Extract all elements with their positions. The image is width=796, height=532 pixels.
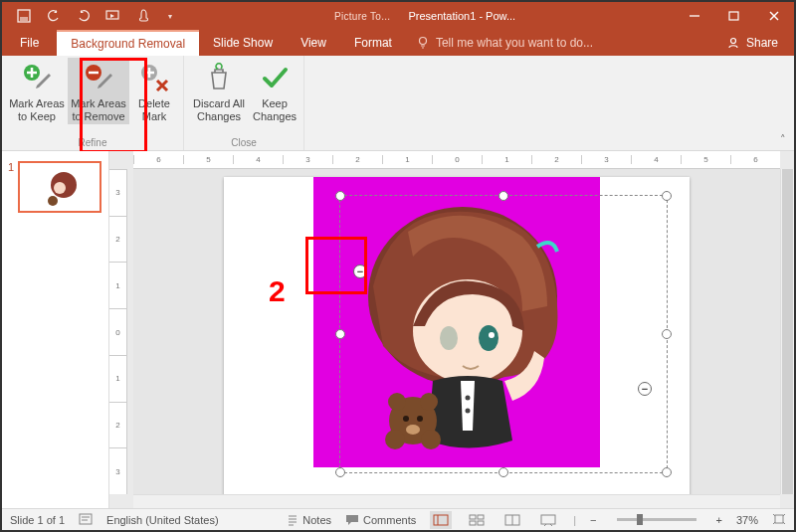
share-icon: [726, 36, 740, 50]
delete-mark-icon: [138, 62, 170, 93]
horizontal-ruler: 6543210123456: [133, 151, 780, 169]
label: Discard All: [193, 97, 245, 110]
crop-handle[interactable]: [498, 191, 508, 201]
ribbon-group-refine: Mark Areas to Keep Mark Areas to Remove …: [2, 56, 184, 150]
touch-mode-icon[interactable]: [135, 8, 151, 24]
tab-slide-show[interactable]: Slide Show: [199, 30, 287, 56]
crop-handle[interactable]: [335, 191, 345, 201]
ribbon-tabs: File Background Removal Slide Show View …: [2, 30, 794, 56]
label: Changes: [253, 110, 297, 123]
svg-rect-37: [478, 515, 484, 519]
svg-rect-36: [470, 515, 476, 519]
tab-format[interactable]: Format: [340, 30, 406, 56]
vertical-ruler: 3210123: [109, 169, 127, 494]
crop-handle[interactable]: [498, 467, 508, 477]
slide-thumbnail-1[interactable]: 1: [8, 161, 102, 213]
svg-rect-39: [478, 521, 484, 525]
undo-icon[interactable]: [46, 8, 62, 24]
group-label-refine: Refine: [79, 137, 107, 148]
normal-view-button[interactable]: [430, 511, 452, 529]
tab-background-removal[interactable]: Background Removal: [57, 30, 199, 56]
ribbon-group-close: Discard All Changes Keep Changes Close: [184, 56, 304, 150]
reading-view-button[interactable]: [501, 511, 523, 529]
svg-point-17: [48, 196, 58, 206]
mark-areas-to-remove-button[interactable]: Mark Areas to Remove: [68, 58, 129, 124]
slide-thumbnail-panel: 1: [2, 151, 109, 508]
quick-access-toolbar: ▾: [2, 8, 175, 24]
save-icon[interactable]: [16, 8, 32, 24]
collapse-ribbon-icon[interactable]: ˄: [780, 133, 786, 146]
vertical-scrollbar[interactable]: [780, 169, 794, 494]
label: Delete: [138, 97, 170, 110]
notes-button[interactable]: Notes: [287, 514, 331, 526]
label: Mark Areas: [71, 97, 126, 110]
tab-file[interactable]: File: [2, 30, 57, 56]
window-controls: [675, 2, 794, 30]
svg-rect-33: [80, 514, 92, 524]
spellcheck-icon[interactable]: [79, 513, 93, 527]
share-button[interactable]: Share: [710, 30, 794, 56]
crop-handle[interactable]: [662, 467, 672, 477]
fit-to-window-button[interactable]: [772, 513, 786, 527]
mark-areas-to-keep-button[interactable]: Mark Areas to Keep: [6, 58, 68, 124]
discard-icon: [203, 62, 235, 93]
contextual-tab-label: Picture To...: [334, 11, 391, 22]
crop-handle[interactable]: [335, 467, 345, 477]
label: Mark Areas: [9, 97, 65, 110]
svg-rect-45: [775, 515, 783, 523]
remove-marker[interactable]: −: [353, 265, 367, 278]
remove-marker[interactable]: −: [638, 382, 652, 396]
svg-point-10: [730, 39, 735, 44]
title-bar: ▾ Picture To... Presentation1 - Pow...: [2, 2, 794, 30]
delete-mark-button[interactable]: Delete Mark: [129, 58, 179, 124]
notes-icon: [287, 514, 298, 526]
crop-handle[interactable]: [335, 329, 345, 339]
language-indicator[interactable]: English (United States): [106, 514, 219, 526]
keep-changes-button[interactable]: Keep Changes: [250, 58, 299, 124]
slide-indicator: Slide 1 of 1: [10, 514, 65, 526]
zoom-level[interactable]: 37%: [736, 514, 758, 526]
restore-button[interactable]: [714, 2, 754, 30]
label: Changes: [197, 110, 241, 123]
group-label-close: Close: [231, 137, 257, 148]
plus-pencil-icon: [21, 62, 53, 93]
slideshow-view-button[interactable]: [537, 511, 559, 529]
thumbnail-preview: [18, 161, 101, 213]
checkmark-icon: [259, 62, 291, 93]
tell-me-search[interactable]: Tell me what you want to do...: [406, 30, 710, 56]
redo-icon[interactable]: [76, 8, 92, 24]
discard-all-changes-button[interactable]: Discard All Changes: [188, 58, 250, 124]
tab-view[interactable]: View: [287, 30, 340, 56]
slide-sorter-view-button[interactable]: [466, 511, 488, 529]
zoom-slider[interactable]: [617, 518, 696, 521]
close-button[interactable]: [754, 2, 794, 30]
share-label: Share: [746, 36, 778, 50]
slide-canvas[interactable]: − −: [133, 169, 780, 494]
zoom-in-button[interactable]: +: [716, 514, 722, 526]
crop-handle[interactable]: [662, 329, 672, 339]
comments-button[interactable]: Comments: [345, 514, 416, 526]
zoom-out-button[interactable]: −: [590, 514, 596, 526]
tell-me-placeholder: Tell me what you want to do...: [436, 36, 593, 50]
thumbnail-number: 1: [8, 161, 14, 213]
svg-rect-34: [434, 515, 448, 525]
slide-canvas-area: 6543210123456 3210123: [109, 151, 794, 508]
app-window: ▾ Picture To... Presentation1 - Pow... F…: [0, 0, 796, 532]
ribbon: Mark Areas to Keep Mark Areas to Remove …: [2, 56, 794, 151]
annotation-label-2: 2: [269, 274, 286, 308]
crop-selection-box[interactable]: [339, 195, 668, 473]
horizontal-scrollbar[interactable]: [133, 494, 780, 508]
label: Mark: [142, 110, 166, 123]
minus-pencil-icon: [83, 62, 114, 93]
svg-rect-4: [729, 12, 738, 20]
label: Keep: [262, 97, 288, 110]
minimize-button[interactable]: [675, 2, 714, 30]
start-from-beginning-icon[interactable]: [105, 8, 121, 24]
crop-handle[interactable]: [662, 191, 672, 201]
svg-rect-42: [541, 515, 555, 524]
qat-dropdown-icon[interactable]: ▾: [165, 8, 175, 24]
comments-icon: [345, 514, 359, 526]
svg-rect-38: [470, 521, 476, 525]
status-bar: Slide 1 of 1 English (United States) Not…: [2, 508, 794, 530]
label: to Remove: [72, 110, 124, 123]
